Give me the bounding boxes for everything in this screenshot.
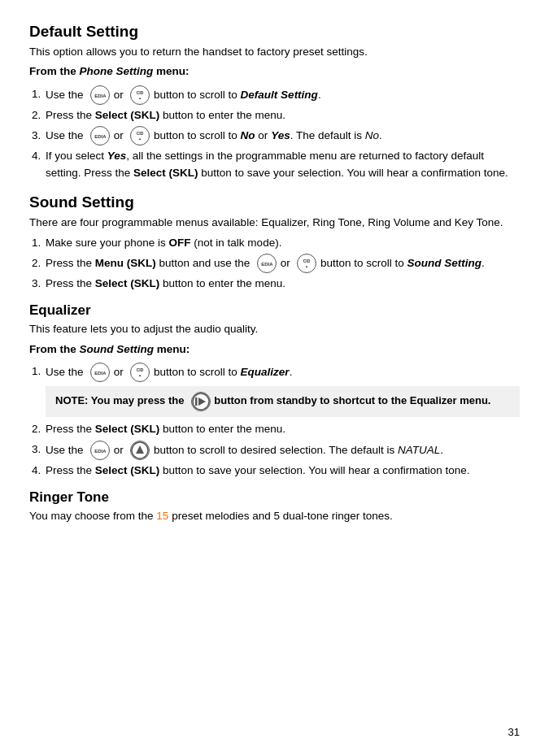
list-item: Use the REDIAL or button to scroll to de… [44, 441, 520, 460]
list-item: Press the Select (SKL) button to enter t… [44, 276, 520, 293]
svg-text:▲: ▲ [305, 264, 308, 268]
ringer-count: 15 [156, 510, 168, 522]
default-setting-list: Use the REDIAL or CID ▲ button to scroll… [44, 85, 520, 183]
note-text: NOTE: You may press the button from stan… [55, 394, 490, 406]
svg-text:CID: CID [137, 90, 144, 95]
heading-ringer-tone: Ringer Tone [29, 489, 520, 506]
sound-setting-list: Make sure your phone is OFF (not in talk… [44, 235, 520, 293]
cid-icon: CID ▲ [297, 254, 316, 273]
shortcut-icon [191, 392, 211, 411]
list-item: If you select Yes, all the settings in t… [44, 148, 520, 182]
heading-default-setting: Default Setting [29, 23, 520, 41]
svg-text:REDIAL: REDIAL [94, 134, 106, 139]
svg-text:REDIAL: REDIAL [261, 262, 272, 267]
svg-text:CID: CID [303, 259, 311, 263]
redial-icon: REDIAL [90, 363, 110, 382]
ringer-tone-intro: You may choose from the 15 preset melodi… [29, 508, 520, 524]
list-item: Press the Select (SKL) button to enter t… [44, 421, 520, 438]
equalizer-list: Use the REDIAL or CID ▲ button to scroll… [44, 363, 520, 480]
svg-text:▲: ▲ [138, 96, 142, 100]
redial-icon: REDIAL [90, 126, 110, 146]
sound-setting-intro: There are four programmable menus availa… [29, 215, 520, 231]
redial-icon: REDIAL [90, 85, 110, 105]
redial-icon: REDIAL [90, 441, 110, 460]
list-item: Use the REDIAL or CID ▲ button to scroll… [44, 85, 520, 105]
list-item: Use the REDIAL or CID ▲ button to scroll… [44, 126, 520, 146]
svg-text:▲: ▲ [138, 373, 142, 377]
svg-rect-14 [195, 398, 198, 406]
heading-sound-setting: Sound Setting [29, 193, 520, 211]
cid-icon: CID ▲ [130, 363, 150, 382]
redial-icon: REDIAL [257, 254, 277, 273]
svg-text:CID: CID [137, 367, 144, 372]
svg-text:REDIAL: REDIAL [94, 371, 106, 376]
svg-text:REDIAL: REDIAL [94, 449, 106, 454]
list-item: Press the Select (SKL) button to save yo… [44, 463, 520, 480]
cid-icon: CID ▲ [130, 126, 150, 146]
page-number: 31 [508, 726, 520, 738]
equalizer-from: From the Sound Setting menu: [29, 341, 520, 358]
equalizer-intro: This feature lets you to adjust the audi… [29, 321, 520, 337]
list-item: Press the Select (SKL) button to enter t… [44, 107, 520, 124]
page-container: Default Setting This option allows you t… [29, 23, 520, 524]
default-setting-intro: This option allows you to return the han… [29, 44, 520, 60]
heading-equalizer: Equalizer [29, 302, 520, 319]
svg-text:▲: ▲ [138, 137, 142, 141]
cid-icon: CID ▲ [130, 85, 150, 105]
list-item: Use the REDIAL or CID ▲ button to scroll… [44, 363, 520, 417]
default-setting-from: From the Phone Setting menu: [29, 63, 520, 80]
svg-text:REDIAL: REDIAL [94, 93, 106, 98]
list-item: Make sure your phone is OFF (not in talk… [44, 235, 520, 252]
up-icon [130, 441, 150, 460]
list-item: Press the Menu (SKL) button and use the … [44, 254, 520, 273]
note-box: NOTE: You may press the button from stan… [46, 386, 520, 417]
svg-text:CID: CID [137, 131, 144, 136]
